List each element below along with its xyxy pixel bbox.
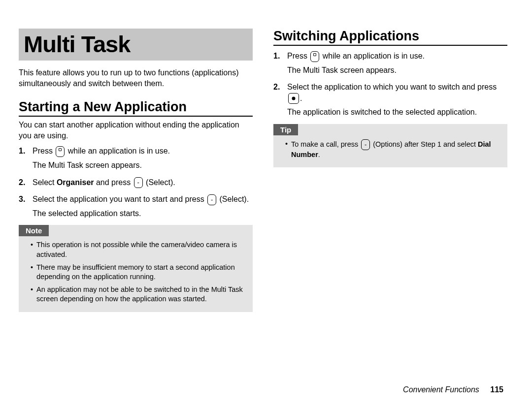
step-3-note: The selected application starts. (33, 208, 253, 219)
tip-text-c: . (318, 151, 320, 158)
step-1-note: The Multi Task screen appears. (33, 160, 253, 171)
step-3: Select the application you want to start… (19, 194, 253, 219)
footer-chapter: Convenient Functions (403, 385, 479, 394)
tip-label: Tip (273, 124, 298, 135)
page: Multi Task This feature allows you to ru… (0, 0, 532, 312)
step-3-text-a: Select the application you want to start… (33, 195, 206, 203)
note-item: An application may not be able to be swi… (31, 285, 246, 304)
page-number: 115 (490, 385, 503, 394)
app-key-icon (56, 146, 65, 157)
chapter-title: Multi Task (19, 29, 253, 61)
section-intro-starting: You can start another application withou… (19, 120, 253, 141)
softkey-icon (134, 177, 143, 188)
step-2-text-c: (Select). (144, 178, 175, 187)
right-column: Switching Applications Press while an ap… (273, 29, 507, 312)
step-2: Select the application to which you want… (273, 82, 507, 118)
step-1: Press while an application is in use. Th… (19, 146, 253, 171)
step-1-note: The Multi Task screen appears. (287, 65, 507, 76)
steps-starting: Press while an application is in use. Th… (19, 146, 253, 219)
softkey-icon (361, 139, 370, 150)
step-1-text-a: Press (33, 147, 55, 155)
step-2-text-b: . (300, 94, 302, 102)
page-footer: Convenient Functions 115 (403, 385, 503, 394)
step-2: Select Organiser and press (Select). (19, 177, 253, 189)
note-item: There may be insufficient memory to star… (31, 263, 246, 282)
steps-switching: Press while an application is in use. Th… (273, 51, 507, 118)
softkey-icon (207, 194, 216, 205)
step-2-text-a: Select (33, 178, 57, 187)
step-3-text-b: (Select). (217, 195, 249, 203)
app-key-icon (310, 51, 319, 62)
step-2-note: The application is switched to the selec… (287, 107, 507, 118)
left-column: Multi Task This feature allows you to ru… (19, 29, 253, 312)
step-2-text-a: Select the application to which you want… (287, 83, 497, 91)
tip-callout: Tip To make a call, press (Options) afte… (273, 124, 507, 168)
step-2-bold: Organiser (57, 178, 94, 187)
step-1-text-b: while an application is in use. (66, 147, 170, 155)
note-callout: Note This operation is not possible whil… (19, 225, 253, 312)
tip-list: To make a call, press (Options) after St… (273, 139, 507, 160)
tip-item: To make a call, press (Options) after St… (285, 139, 500, 160)
step-1: Press while an application is in use. Th… (273, 51, 507, 76)
center-key-icon (288, 93, 299, 104)
note-list: This operation is not possible while the… (19, 240, 253, 304)
chapter-intro: This feature allows you to run up to two… (19, 67, 253, 89)
step-1-text-b: while an application is in use. (320, 52, 425, 60)
section-heading-starting: Starting a New Application (19, 99, 253, 117)
tip-text-a: To make a call, press (291, 140, 360, 148)
step-1-text-a: Press (287, 52, 309, 60)
section-heading-switching: Switching Applications (273, 29, 507, 46)
note-item: This operation is not possible while the… (31, 240, 246, 259)
tip-text-b: (Options) after Step 1 and select (371, 140, 478, 148)
step-2-text-b: and press (94, 178, 133, 187)
note-label: Note (19, 225, 49, 236)
